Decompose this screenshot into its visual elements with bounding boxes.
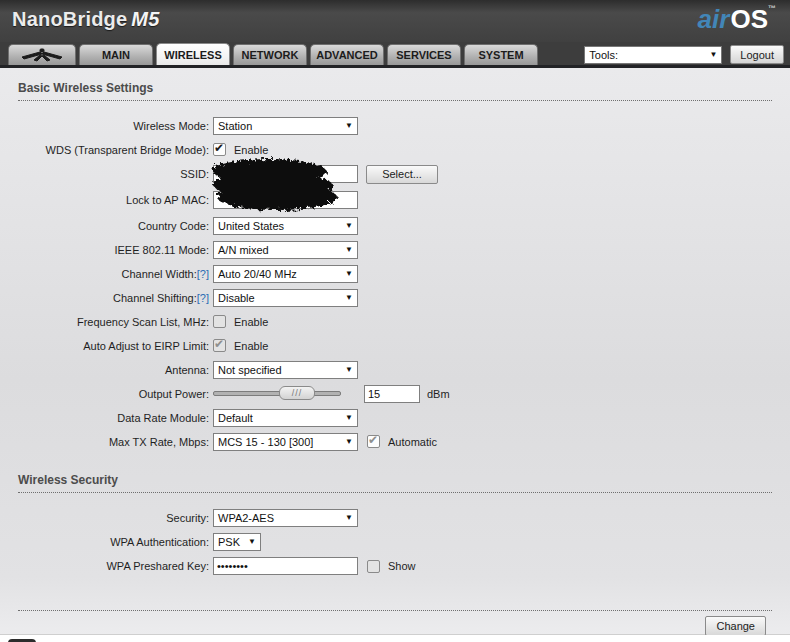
chevron-down-icon: ▼ [248,538,256,546]
trademark-symbol: ™ [768,4,776,13]
channel-shifting-label-text: Channel Shifting: [113,292,197,304]
change-button-row: Change [0,611,790,636]
change-button[interactable]: Change [705,616,766,636]
chevron-down-icon: ▼ [345,414,353,422]
row-max-tx-rate: Max TX Rate, Mbps: MCS 15 - 130 [300] ▼ … [0,433,790,450]
max-tx-rate-select[interactable]: MCS 15 - 130 [300] ▼ [213,433,358,451]
basic-wireless-settings-heading: Basic Wireless Settings [18,68,772,101]
channel-shifting-select[interactable]: Disable ▼ [213,289,358,307]
channel-width-select[interactable]: Auto 20/40 MHz ▼ [213,265,358,283]
ssid-input[interactable] [213,165,358,183]
channel-width-label: Channel Width:[?] [0,268,209,280]
airos-logo-air: air [698,4,730,34]
tab-network[interactable]: NETWORK [233,44,307,65]
max-tx-rate-value: MCS 15 - 130 [300] [218,436,313,448]
airos-logo: airOS™ [698,4,776,35]
security-label: Security: [0,512,209,524]
antenna-label: Antenna: [0,364,209,376]
lock-ap-mac-label: Lock to AP MAC: [0,194,209,206]
channel-width-label-text: Channel Width: [122,268,197,280]
row-ssid: SSID: Select... [0,165,790,183]
channel-shifting-value: Disable [218,292,255,304]
check-icon: ✔ [214,141,224,155]
chevron-down-icon: ▼ [345,270,353,278]
row-antenna: Antenna: Not specified ▼ [0,361,790,378]
airos-wireless-page: { "header": { "brand": "NanoBridge", "mo… [0,0,790,642]
security-select[interactable]: WPA2-AES ▼ [213,509,358,527]
eirp-label: Auto Adjust to EIRP Limit: [0,340,209,352]
antenna-select[interactable]: Not specified ▼ [213,361,358,379]
row-security: Security: WPA2-AES ▼ [0,509,790,526]
wpa-preshared-key-label: WPA Preshared Key: [0,560,209,572]
ssid-label: SSID: [0,168,209,180]
wds-enable-checkbox[interactable]: ✔ [213,143,226,156]
check-icon: ✔ [214,337,224,351]
device-logo: NanoBridgeM5 [12,8,160,31]
data-rate-select[interactable]: Default ▼ [213,409,358,427]
slider-handle[interactable]: /// [279,386,315,400]
tab-home-antenna[interactable] [8,44,76,65]
wpa-key-show-label: Show [388,560,416,572]
wpa-authentication-value: PSK [218,536,240,548]
max-tx-automatic-checkbox[interactable]: ✔ [367,435,380,448]
channel-width-value: Auto 20/40 MHz [218,268,297,280]
row-wpa-authentication: WPA Authentication: PSK ▼ [0,533,790,550]
lock-ap-mac-input[interactable] [213,191,358,209]
ieee-mode-value: A/N mixed [218,244,269,256]
row-ieee-mode: IEEE 802.11 Mode: A/N mixed ▼ [0,241,790,258]
output-power-label: Output Power: [0,388,209,400]
tab-wireless[interactable]: WIRELESS [156,43,230,65]
chevron-down-icon: ▼ [345,122,353,130]
tools-dropdown[interactable]: Tools: ▼ [584,46,722,64]
ieee-mode-label: IEEE 802.11 Mode: [0,244,209,256]
wds-enable-label: Enable [234,144,268,156]
tab-main[interactable]: MAIN [79,44,153,65]
freq-scan-enable-label: Enable [234,316,268,328]
row-country-code: Country Code: United States ▼ [0,217,790,234]
logout-button[interactable]: Logout [730,45,784,64]
wireless-mode-select[interactable]: Station ▼ [213,117,358,135]
freq-scan-enable-checkbox[interactable] [213,315,226,328]
channel-shifting-help-link[interactable]: [?] [197,292,209,304]
wpa-authentication-select[interactable]: PSK ▼ [213,533,261,551]
security-value: WPA2-AES [218,512,274,524]
wpa-authentication-label: WPA Authentication: [0,536,209,548]
max-tx-automatic-label: Automatic [388,436,437,448]
wpa-key-show-checkbox[interactable] [367,560,380,573]
main-nav-tabbar: MAIN WIRELESS NETWORK ADVANCED SERVICES … [0,42,790,65]
ieee-mode-select[interactable]: A/N mixed ▼ [213,241,358,259]
chevron-down-icon: ▼ [345,222,353,230]
wireless-settings-panel: Basic Wireless Settings Wireless Mode: S… [0,68,790,635]
eirp-enable-checkbox[interactable]: ✔ [213,339,226,352]
airos-logo-os: OS [730,4,768,34]
tabbar-right-controls: Tools: ▼ Logout [584,45,784,64]
tab-system[interactable]: SYSTEM [464,44,538,65]
ssid-select-button[interactable]: Select... [366,165,438,184]
country-code-value: United States [218,220,284,232]
device-brand: NanoBridge [12,8,127,30]
data-rate-label: Data Rate Module: [0,412,209,424]
page-footer [0,635,790,642]
wpa-preshared-key-input[interactable] [213,557,358,575]
output-power-unit: dBm [427,388,450,400]
eirp-enable-label: Enable [234,340,268,352]
country-code-select[interactable]: United States ▼ [213,217,358,235]
row-wpa-preshared-key: WPA Preshared Key: Show [0,557,790,575]
wireless-security-form: Security: WPA2-AES ▼ WPA Authentication:… [0,509,790,575]
max-tx-rate-label: Max TX Rate, Mbps: [0,436,209,448]
chevron-down-icon: ▼ [709,51,717,59]
tab-services[interactable]: SERVICES [387,44,461,65]
chevron-down-icon: ▼ [345,514,353,522]
output-power-slider[interactable]: /// [213,385,341,402]
output-power-input[interactable] [364,385,420,403]
slider-track[interactable] [213,391,341,396]
check-icon: ✔ [368,433,378,447]
chevron-down-icon: ▼ [345,366,353,374]
row-channel-width: Channel Width:[?] Auto 20/40 MHz ▼ [0,265,790,282]
data-rate-value: Default [218,412,253,424]
channel-width-help-link[interactable]: [?] [197,268,209,280]
device-model: M5 [131,8,159,30]
row-eirp: Auto Adjust to EIRP Limit: ✔ Enable [0,337,790,354]
row-channel-shifting: Channel Shifting:[?] Disable ▼ [0,289,790,306]
tab-advanced[interactable]: ADVANCED [310,44,384,65]
